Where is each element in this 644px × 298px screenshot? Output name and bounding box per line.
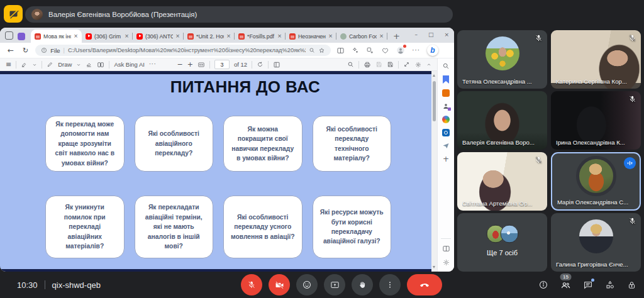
reactions-button[interactable]	[296, 274, 318, 295]
sidebar-split-icon[interactable]	[442, 245, 450, 253]
meeting-details-button[interactable]	[538, 280, 548, 290]
scrollbar-thumb[interactable]	[433, 81, 436, 121]
print-icon[interactable]	[364, 61, 371, 69]
sidebar-search-icon[interactable]	[442, 62, 450, 70]
tab-youtube-2[interactable]: (306) ANTON... ×	[133, 30, 184, 43]
sidebar-outlook-icon[interactable]	[442, 129, 450, 136]
pdf-toolbar: ≡ Draw Ask Bing AI ··· − +	[0, 58, 437, 71]
raise-hand-button[interactable]	[352, 274, 373, 295]
page-info-icon[interactable]	[41, 47, 47, 53]
sidebar-settings-icon[interactable]	[442, 258, 450, 267]
close-tab-icon[interactable]: ×	[277, 33, 282, 39]
eraser-icon[interactable]	[86, 61, 92, 68]
browser-menu-icon[interactable]: ···	[412, 47, 420, 53]
draw-label[interactable]: Draw	[58, 61, 72, 68]
sidebar-games-icon[interactable]	[442, 89, 450, 97]
question-card: Які особливості авіаційного перекладу?	[135, 116, 214, 172]
participant-name: Валерія Євгенівна Воро...	[462, 139, 535, 146]
tab-group-icon[interactable]	[366, 47, 374, 55]
back-icon[interactable]: ←	[8, 47, 14, 54]
overflow-tile-more-people[interactable]: Ще 7 осіб	[457, 213, 547, 272]
favorite-star-icon[interactable]	[318, 47, 325, 54]
presentation-paused-button[interactable]	[4, 5, 23, 23]
close-tab-icon[interactable]: ×	[74, 33, 78, 39]
tab-youtube-1[interactable]: (306) Grim Fo... ×	[82, 30, 133, 43]
page-layout-icon[interactable]	[273, 61, 280, 69]
window-close-button[interactable]: ×	[444, 32, 449, 38]
participant-tile-valeria[interactable]: Валерія Євгенівна Воро...	[457, 91, 547, 150]
participant-tile-maria[interactable]: Марія Олександрівна С...	[551, 152, 641, 211]
close-tab-icon[interactable]: ×	[175, 33, 180, 39]
search-document-icon[interactable]	[347, 61, 354, 68]
unread-chat-dot	[591, 279, 594, 282]
chevron-down-icon[interactable]	[32, 62, 37, 67]
end-call-button[interactable]	[407, 274, 442, 295]
page-number-input[interactable]	[214, 60, 230, 69]
zoom-out-icon[interactable]: −	[177, 61, 183, 68]
profile-avatar[interactable]	[396, 46, 405, 55]
participants-grid: Тетяна Олександрівна ... Катерина Сергії…	[457, 30, 641, 272]
split-screen-icon[interactable]	[336, 47, 345, 55]
avatar	[579, 219, 613, 253]
participant-tile-iryna[interactable]: Ірина Олександрівна К...	[551, 91, 641, 150]
scroll-down-arrow[interactable]	[433, 266, 435, 268]
close-tab-icon[interactable]: ×	[328, 33, 333, 39]
fullscreen-icon[interactable]	[403, 61, 410, 68]
draw-pen-icon[interactable]	[47, 61, 53, 68]
refresh-icon[interactable]: ↻	[23, 47, 28, 54]
scroll-up-arrow[interactable]	[433, 74, 435, 77]
presenter-avatar	[31, 9, 43, 20]
tab-carbon[interactable]: Carbon Footp... ×	[336, 30, 387, 43]
collapse-toolbar-icon[interactable]	[426, 62, 431, 67]
mic-toggle-button[interactable]	[241, 274, 262, 295]
rotate-icon[interactable]	[257, 61, 264, 68]
chat-panel-button[interactable]	[583, 280, 593, 290]
participant-tile-halyna[interactable]: Галина Григорівна Єнче...	[551, 213, 641, 272]
tab-fossils[interactable]: *Fosills.pdf ×	[235, 30, 286, 43]
new-tab-button[interactable]: +	[393, 32, 400, 40]
participant-tile-svitlana[interactable]: Світлана Артемівна Ор...	[457, 152, 547, 211]
tab-search-icon[interactable]	[5, 31, 13, 40]
tab-pdf-current[interactable]: Мова як інст... ×	[31, 30, 82, 43]
people-panel-button[interactable]: 15	[560, 280, 571, 290]
table-of-contents-icon[interactable]: ≡	[6, 61, 11, 68]
toolbar-more-icon[interactable]: ···	[149, 62, 157, 67]
save-icon[interactable]	[375, 61, 382, 68]
fit-width-icon[interactable]	[197, 61, 205, 69]
participant-tile-tetyana[interactable]: Тетяна Олександрівна ...	[457, 30, 547, 89]
highlighter-icon[interactable]	[21, 61, 28, 68]
sidebar-designer-icon[interactable]	[442, 116, 450, 123]
activities-button[interactable]	[605, 280, 615, 290]
zoom-in-icon[interactable]: +	[187, 61, 193, 68]
two-page-view-icon[interactable]	[97, 61, 104, 69]
window-maximize-button[interactable]: □	[428, 32, 434, 38]
tab-untitled[interactable]: Неозначено... ×	[286, 30, 336, 43]
browser-essentials-icon[interactable]	[381, 47, 389, 55]
workspace-icon[interactable]	[18, 33, 25, 40]
sidebar-drop-icon[interactable]	[442, 142, 450, 150]
sidebar-shopping-icon[interactable]	[443, 75, 449, 84]
bing-chat-button[interactable]: b	[427, 45, 438, 56]
present-button[interactable]	[324, 274, 345, 295]
url-field[interactable]: File | C:/Users/Валерия/Desktop/Мова%20я…	[35, 45, 331, 56]
tab-unit2[interactable]: *Unit 2. How... ×	[184, 30, 235, 43]
close-tab-icon[interactable]: ×	[226, 33, 231, 39]
sidebar-people-icon[interactable]	[442, 102, 450, 110]
window-minimize-button[interactable]: –	[414, 32, 418, 38]
sidebar-add-icon[interactable]: +	[443, 155, 449, 163]
ask-bing-button[interactable]: Ask Bing AI	[114, 61, 145, 68]
save-as-icon[interactable]	[387, 61, 394, 68]
participant-tile-katerina[interactable]: Катерина Сергіївна Кор...	[551, 30, 641, 89]
close-tab-icon[interactable]: ×	[125, 33, 129, 39]
camera-toggle-button[interactable]	[269, 274, 290, 295]
host-controls-button[interactable]	[627, 280, 636, 290]
chevron-down-icon[interactable]	[76, 62, 81, 67]
pdf-scrollbar[interactable]	[431, 71, 437, 272]
meet-bottom-bar: 10:30 qix-shwd-qeb	[0, 272, 644, 298]
zoom-icon[interactable]	[309, 47, 315, 53]
collections-icon[interactable]	[352, 47, 359, 54]
close-tab-icon[interactable]: ×	[379, 33, 384, 39]
more-options-button[interactable]	[379, 274, 401, 295]
question-card: Як можна покращити свої навички переклад…	[223, 116, 303, 172]
settings-gear-icon[interactable]	[414, 61, 422, 69]
